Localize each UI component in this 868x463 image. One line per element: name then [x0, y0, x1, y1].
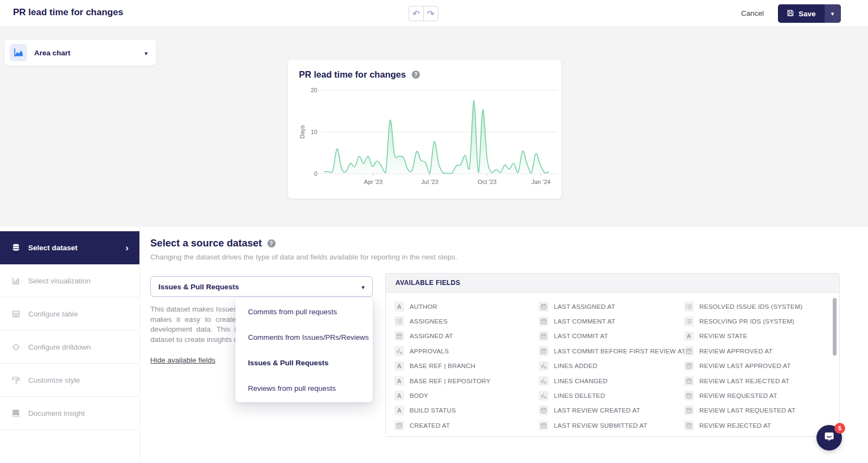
sidebar-item-configure-drilldown[interactable]: Configure drilldown	[0, 331, 139, 364]
chart-title-row: PR lead time for changes	[299, 69, 420, 80]
dataset-dropdown-menu: Commits from pull requestsComments from …	[235, 298, 373, 402]
sidebar-item-select-dataset[interactable]: Select dataset	[0, 231, 139, 264]
calendar-icon	[539, 346, 548, 356]
top-bar: PR lead time for changes Cancel Save	[0, 0, 868, 27]
sidebar-item-label: Configure drilldown	[28, 343, 91, 351]
calendar-icon	[684, 405, 694, 415]
field-label: CREATED AT	[410, 422, 450, 429]
chevron-down-icon	[144, 48, 148, 58]
paint-roller-icon	[11, 375, 21, 385]
field-label: AUTHOR	[410, 303, 437, 310]
field-last-commit-before-first-review-at: LAST COMMIT BEFORE FIRST REVIEW AT	[539, 344, 684, 358]
fields-scrollbar[interactable]	[833, 298, 837, 356]
hide-available-fields-link[interactable]: Hide available fields	[150, 356, 215, 364]
list-field-icon	[684, 302, 694, 312]
dataset-description-line: This dataset makes Issues	[150, 305, 236, 315]
chat-bubble-icon	[823, 430, 835, 445]
text-field-icon: A	[394, 361, 404, 371]
menu-item-issues-pull-requests[interactable]: Issues & Pull Requests	[235, 350, 373, 376]
svg-text:Days: Days	[299, 125, 305, 139]
sidebar-item-configure-table[interactable]: Configure table	[0, 297, 139, 331]
field-review-requested-at: REVIEW REQUESTED AT	[684, 388, 834, 403]
formula-icon: √x	[539, 391, 548, 401]
field-base-ref-repository: ABASE REF | REPOSITORY	[394, 373, 539, 388]
field-last-assigned-at: LAST ASSIGNED AT	[539, 299, 684, 314]
field-review-approved-at: REVIEW APPROVED AT	[684, 344, 834, 358]
field-label: ASSIGNEES	[410, 318, 448, 325]
field-label: REVIEW APPROVED AT	[699, 347, 773, 355]
dataset-description-line: dataset to create insights o	[150, 335, 236, 345]
calendar-icon	[684, 376, 694, 386]
field-label: REVIEW REQUESTED AT	[699, 392, 777, 399]
field-last-comment-at: LAST COMMENT AT	[539, 314, 684, 328]
field-label: BASE REF | BRANCH	[410, 362, 475, 370]
field-label: LAST REVIEW CREATED AT	[554, 407, 640, 414]
calendar-icon	[684, 391, 694, 401]
field-review-last-requested-at: REVIEW LAST REQUESTED AT	[684, 403, 834, 418]
sidebar-item-document-insight[interactable]: Document insight	[0, 397, 139, 430]
svg-text:Oct '23: Oct '23	[478, 179, 497, 185]
table-icon	[11, 309, 21, 319]
sidebar-item-label: Configure table	[28, 310, 78, 318]
area-chart: 01020DaysApr '23Jul '23Oct '23Jan '24	[288, 60, 561, 199]
svg-text:Apr '23: Apr '23	[364, 179, 383, 185]
field-label: APPROVALS	[410, 347, 449, 355]
help-icon[interactable]	[267, 239, 276, 248]
calendar-icon	[684, 361, 694, 371]
dataset-select[interactable]: Issues & Pull Requests	[150, 276, 373, 297]
field-label: REVIEW REJECTED AT	[699, 422, 771, 429]
fields-column-1: AAUTHORASSIGNEESASSIGNED AT√xAPPROVALSAB…	[394, 299, 539, 433]
undo-button[interactable]	[409, 6, 424, 21]
svg-text:Jul '23: Jul '23	[421, 179, 438, 185]
step-heading-row: Select a source dataset	[150, 237, 276, 249]
field-label: LAST ASSIGNED AT	[554, 303, 615, 310]
calendar-icon	[539, 316, 548, 326]
field-resolving-pr-ids-system: RESOLVING PR IDS (SYSTEM)	[684, 314, 834, 328]
field-body: ABODY	[394, 388, 539, 403]
help-icon[interactable]	[412, 71, 420, 79]
history-controls	[409, 6, 438, 21]
chart-preview-card: 01020DaysApr '23Jul '23Oct '23Jan '24 PR…	[288, 60, 561, 199]
field-author: AAUTHOR	[394, 299, 539, 314]
calendar-icon	[394, 331, 404, 341]
database-icon	[11, 243, 21, 253]
field-label: REVIEW LAST APPROVED AT	[699, 362, 791, 370]
sidebar-item-label: Select visualization	[28, 277, 91, 285]
save-button[interactable]: Save	[778, 4, 825, 23]
field-lines-deleted: √xLINES DELETED	[539, 388, 684, 403]
available-fields-header: AVAILABLE FIELDS	[386, 274, 839, 293]
field-label: BASE REF | REPOSITORY	[410, 377, 490, 385]
calendar-icon	[684, 421, 694, 430]
field-label: RESOLVING PR IDS (SYSTEM)	[699, 318, 794, 325]
svg-text:Jan '24: Jan '24	[531, 179, 550, 185]
list-field-icon	[394, 316, 404, 326]
field-assignees: ASSIGNEES	[394, 314, 539, 328]
save-options-button[interactable]	[825, 4, 841, 23]
chart-title: PR lead time for changes	[299, 69, 406, 80]
chart-type-label: Area chart	[34, 49, 71, 57]
field-label: LAST COMMIT AT	[554, 332, 608, 340]
dataset-description-line: development data. This i	[150, 325, 236, 335]
chat-unread-badge: 5	[834, 423, 845, 434]
sidebar-item-select-visualization[interactable]: Select visualization	[0, 264, 139, 297]
sidebar-item-label: Select dataset	[28, 244, 78, 252]
fields-column-2: LAST ASSIGNED ATLAST COMMENT ATLAST COMM…	[539, 299, 684, 433]
sidebar-item-label: Customize style	[28, 376, 80, 384]
available-fields-panel: AVAILABLE FIELDS AAUTHORASSIGNEESASSIGNE…	[385, 273, 840, 437]
field-build-status: ABUILD STATUS	[394, 403, 539, 418]
text-field-icon: A	[394, 302, 404, 312]
menu-item-comments-from-issues-prs-reviews[interactable]: Comments from Issues/PRs/Reviews	[235, 325, 373, 350]
sidebar-item-customize-style[interactable]: Customize style	[0, 364, 139, 397]
menu-item-reviews-from-pull-requests[interactable]: Reviews from pull requests	[235, 376, 373, 401]
menu-item-commits-from-pull-requests[interactable]: Commits from pull requests	[235, 299, 373, 325]
field-label: REVIEW LAST REQUESTED AT	[699, 407, 795, 414]
field-label: RESOLVED ISSUE IDS (SYSTEM)	[699, 303, 802, 310]
chart-type-selector[interactable]: Area chart	[4, 40, 156, 66]
list-field-icon	[684, 316, 694, 326]
cancel-button[interactable]: Cancel	[741, 9, 764, 17]
redo-button[interactable]	[423, 6, 438, 21]
available-fields-body: AAUTHORASSIGNEESASSIGNED AT√xAPPROVALSAB…	[386, 293, 839, 433]
text-field-icon: A	[394, 405, 404, 415]
field-label: REVIEW LAST REJECTED AT	[699, 377, 789, 385]
field-created-at: CREATED AT	[394, 418, 539, 433]
